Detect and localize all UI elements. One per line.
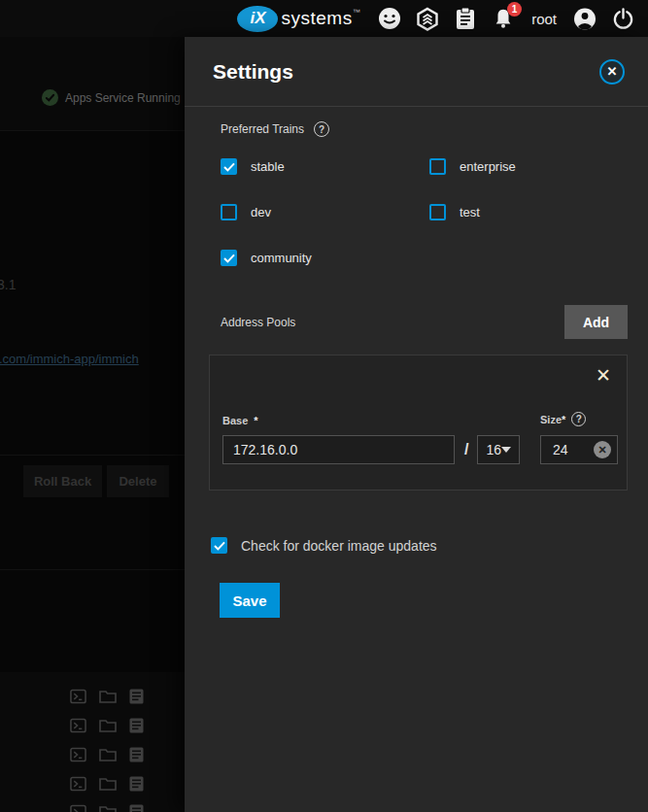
topbar: iX systems™ 1 root <box>0 0 648 37</box>
ixsystems-logo: iX systems™ <box>237 6 360 32</box>
base-field-group: Base* 172.16.0.0 <box>222 415 455 464</box>
clear-size-icon[interactable]: ✕ <box>594 441 611 458</box>
workload-row-icons <box>70 804 144 812</box>
logs-icon <box>129 776 144 792</box>
systems-logo-text: systems™ <box>281 8 360 29</box>
workload-row-icons <box>70 718 144 733</box>
checkbox-enterprise[interactable] <box>429 158 446 175</box>
size-value: 24 <box>553 442 568 457</box>
docker-updates-row: Check for docker image updates <box>211 537 628 554</box>
remove-pool-icon[interactable]: ✕ <box>593 365 614 387</box>
checkbox-label[interactable]: dev <box>251 205 271 220</box>
username-label: root <box>531 11 557 27</box>
notification-badge: 1 <box>507 2 522 17</box>
docker-updates-label[interactable]: Check for docker image updates <box>241 538 437 554</box>
train-option-test: test <box>429 204 628 220</box>
folder-icon <box>99 718 117 732</box>
jobs-clipboard-icon[interactable] <box>454 7 477 30</box>
alerts-bell-icon[interactable]: 1 <box>492 7 515 30</box>
settings-panel-header: Settings ✕ <box>185 37 648 107</box>
workload-row-icons <box>70 689 144 704</box>
address-pools-label: Address Pools <box>221 316 295 329</box>
logs-icon <box>129 718 144 733</box>
preferred-trains-help-icon[interactable]: ? <box>314 121 329 137</box>
shell-icon <box>70 776 86 792</box>
train-option-dev: dev <box>221 204 429 220</box>
truenas-screen: iX systems™ 1 root <box>0 0 648 812</box>
save-button[interactable]: Save <box>220 583 280 618</box>
truecommand-icon[interactable] <box>416 7 439 30</box>
trademark-mark: ™ <box>353 8 361 17</box>
power-icon[interactable] <box>611 7 634 30</box>
address-pool-card: ✕ Base* 172.16.0.0 / 16 Size*? <box>209 355 628 491</box>
chevron-down-icon <box>501 447 511 453</box>
folder-icon <box>99 689 117 703</box>
prefix-value: 16 <box>486 442 501 457</box>
page-title: Settings <box>213 60 293 84</box>
checkbox-label[interactable]: community <box>251 251 312 265</box>
ix-logo-ellipse: iX <box>237 6 278 32</box>
logs-icon <box>129 804 144 812</box>
checkbox-label[interactable]: stable <box>251 159 285 174</box>
workload-row-icons <box>70 776 144 792</box>
shell-icon <box>70 718 86 733</box>
settings-panel-body: Preferred Trains ? stable enterprise <box>185 107 648 812</box>
address-pool-form: Base* 172.16.0.0 / 16 Size*? 24 <box>222 412 615 464</box>
feedback-smiley-icon[interactable] <box>378 7 401 30</box>
shell-icon <box>70 689 86 704</box>
checkbox-stable[interactable] <box>221 158 237 175</box>
preferred-trains-label: Preferred Trains <box>221 122 304 136</box>
train-option-stable: stable <box>221 158 429 175</box>
checkbox-label[interactable]: enterprise <box>460 159 516 174</box>
size-help-icon[interactable]: ? <box>571 412 586 426</box>
logs-icon <box>129 747 144 762</box>
size-field-group: Size*? 24 ✕ <box>540 412 618 464</box>
size-label: Size*? <box>540 412 618 426</box>
shell-icon <box>70 804 86 812</box>
checkbox-docker-updates[interactable] <box>211 537 227 554</box>
folder-icon <box>99 804 117 812</box>
train-option-community: community <box>221 250 429 266</box>
check-icon <box>223 162 235 172</box>
ix-logo-text: iX <box>250 9 265 28</box>
folder-icon <box>99 776 117 791</box>
check-icon <box>223 254 235 263</box>
account-icon[interactable] <box>573 7 597 30</box>
settings-panel: Settings ✕ Preferred Trains ? stable <box>185 37 648 812</box>
size-input[interactable]: 24 ✕ <box>540 435 618 464</box>
close-icon: ✕ <box>607 65 618 78</box>
close-panel-button[interactable]: ✕ <box>599 59 625 85</box>
checkbox-community[interactable] <box>221 250 237 266</box>
add-pool-button[interactable]: Add <box>564 305 628 339</box>
checkbox-label[interactable]: test <box>460 205 480 220</box>
base-label: Base* <box>222 415 455 426</box>
base-input[interactable]: 172.16.0.0 <box>222 435 455 464</box>
checkbox-test[interactable] <box>429 204 446 220</box>
prefix-select[interactable]: 16 <box>477 435 520 464</box>
checkbox-dev[interactable] <box>221 204 237 220</box>
required-marker: * <box>254 415 257 426</box>
cidr-separator: / <box>464 441 468 458</box>
workload-row-icons <box>70 747 144 762</box>
train-option-enterprise: enterprise <box>429 158 628 175</box>
topbar-icons: 1 root <box>378 7 634 30</box>
trains-checkbox-grid: stable enterprise dev <box>221 158 628 266</box>
logs-icon <box>129 689 144 704</box>
folder-icon <box>99 747 117 761</box>
address-pools-row: Address Pools Add <box>221 305 628 339</box>
preferred-trains-row: Preferred Trains ? <box>221 121 628 137</box>
base-value: 172.16.0.0 <box>233 442 297 457</box>
check-icon <box>214 541 225 551</box>
required-marker: * <box>562 414 565 425</box>
shell-icon <box>70 747 86 762</box>
